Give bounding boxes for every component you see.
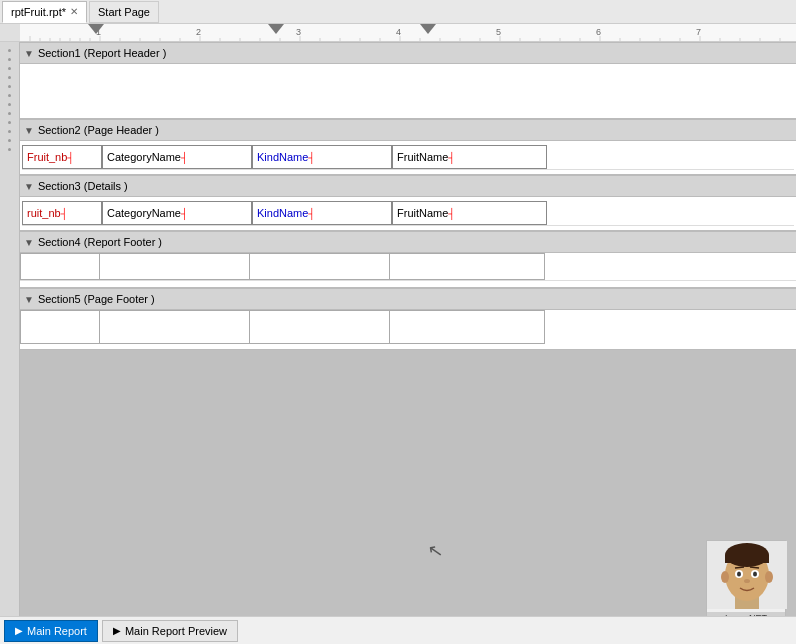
gutter-dot: [8, 112, 11, 115]
ruler: 1 2 3 4 5 6 7: [0, 24, 796, 42]
section1-header[interactable]: ▼ Section1 (Report Header ): [20, 42, 796, 64]
svg-point-66: [721, 571, 729, 583]
field-category-detail-marker: ┤: [181, 208, 188, 219]
section4-label: Section4 (Report Footer ): [38, 236, 162, 248]
gutter-dot: [8, 67, 11, 70]
svg-rect-58: [725, 555, 769, 563]
field-fruitname-marker: ┤: [448, 152, 455, 163]
page-header-fields: Fruit_nb┤ CategoryName ┤ KindName ┤ Frui…: [22, 145, 794, 170]
section5-header[interactable]: ▼ Section5 (Page Footer ): [20, 288, 796, 310]
section3-body: ruit_nb┤ CategoryName ┤ KindName ┤ Fruit…: [20, 197, 796, 231]
tab-rptfruit-label: rptFruit.rpt*: [11, 6, 66, 18]
field-kind-header[interactable]: KindName ┤: [252, 145, 392, 169]
section5-label: Section5 (Page Footer ): [38, 293, 155, 305]
gray-area: ↖: [20, 350, 796, 616]
field-fruitname-detail-text: FruitName: [397, 207, 448, 219]
bottom-tab-preview[interactable]: ▶ Main Report Preview: [102, 620, 238, 642]
tab-start[interactable]: Start Page: [89, 1, 159, 23]
section2-body: Fruit_nb┤ CategoryName ┤ KindName ┤ Frui…: [20, 141, 796, 175]
svg-point-61: [737, 572, 741, 577]
section3-label: Section3 (Details ): [38, 180, 128, 192]
field-fruit-nb-detail-marker: ┤: [61, 208, 68, 219]
gutter-dot: [8, 139, 11, 142]
tab-start-label: Start Page: [98, 6, 150, 18]
page-footer-cell2: [100, 310, 250, 344]
field-category-detail-text: CategoryName: [107, 207, 181, 219]
gutter-dot: [8, 76, 11, 79]
section1-body: [20, 64, 796, 119]
footer-cell2: [100, 253, 250, 280]
footer-cell1: [20, 253, 100, 280]
left-gutter: [0, 42, 20, 616]
field-fruit-nb-detail-text: ruit_nb: [27, 207, 61, 219]
field-fruitname-header[interactable]: FruitName ┤: [392, 145, 547, 169]
page-footer-cell1: [20, 310, 100, 344]
bottom-tab-preview-label: Main Report Preview: [125, 625, 227, 637]
main-report-icon: ▶: [15, 625, 23, 636]
field-fruit-nb-marker: ┤: [67, 152, 74, 163]
field-kind-marker: ┤: [308, 152, 315, 163]
report-sections: ▼ Section1 (Report Header ) ▼ Section2 (…: [20, 42, 796, 616]
section4-arrow: ▼: [24, 237, 34, 248]
svg-point-65: [744, 579, 750, 583]
gutter-dot: [8, 103, 11, 106]
section2-label: Section2 (Page Header ): [38, 124, 159, 136]
field-category-marker: ┤: [181, 152, 188, 163]
field-kind-detail[interactable]: KindName ┤: [252, 201, 392, 225]
svg-rect-1: [0, 24, 20, 42]
gutter-dot: [8, 49, 11, 52]
field-category-header-text: CategoryName: [107, 151, 181, 163]
gutter-dot: [8, 94, 11, 97]
svg-line-64: [750, 567, 759, 568]
field-kind-detail-marker: ┤: [308, 208, 315, 219]
field-category-detail[interactable]: CategoryName ┤: [102, 201, 252, 225]
tab-close-icon[interactable]: ✕: [70, 6, 78, 17]
field-fruit-nb-header[interactable]: Fruit_nb┤: [22, 145, 102, 169]
preview-icon: ▶: [113, 625, 121, 636]
page-footer-cell3: [250, 310, 390, 344]
field-category-header[interactable]: CategoryName ┤: [102, 145, 252, 169]
page-footer-row: [20, 310, 796, 344]
gutter-dot: [8, 85, 11, 88]
svg-text:5: 5: [496, 27, 501, 37]
main-area: ▼ Section1 (Report Header ) ▼ Section2 (…: [0, 42, 796, 616]
svg-text:4: 4: [396, 27, 401, 37]
svg-text:7: 7: [696, 27, 701, 37]
section5-body: [20, 310, 796, 350]
field-fruit-nb-detail[interactable]: ruit_nb┤: [22, 201, 102, 225]
section1-label: Section1 (Report Header ): [38, 47, 166, 59]
field-fruitname-detail-marker: ┤: [448, 208, 455, 219]
svg-text:3: 3: [296, 27, 301, 37]
field-kind-detail-text: KindName: [257, 207, 308, 219]
svg-text:2: 2: [196, 27, 201, 37]
watermark-image: [707, 541, 787, 609]
bottom-tab-main-report-label: Main Report: [27, 625, 87, 637]
svg-line-63: [735, 567, 744, 568]
bottom-tab-bar: ▶ Main Report ▶ Main Report Preview: [0, 616, 796, 644]
section5-arrow: ▼: [24, 294, 34, 305]
section3-arrow: ▼: [24, 181, 34, 192]
bottom-tab-main-report[interactable]: ▶ Main Report: [4, 620, 98, 642]
field-fruit-nb-header-text: Fruit_nb: [27, 151, 67, 163]
field-kind-header-text: KindName: [257, 151, 308, 163]
gutter-dot: [8, 121, 11, 124]
field-fruitname-header-text: FruitName: [397, 151, 448, 163]
field-fruitname-detail[interactable]: FruitName ┤: [392, 201, 547, 225]
section4-body: [20, 253, 796, 288]
gutter-dot: [8, 130, 11, 133]
footer-row: [20, 253, 796, 281]
page-footer-cell4: [390, 310, 545, 344]
footer-cell4: [390, 253, 545, 280]
details-fields: ruit_nb┤ CategoryName ┤ KindName ┤ Fruit…: [22, 201, 794, 226]
section2-header[interactable]: ▼ Section2 (Page Header ): [20, 119, 796, 141]
cursor-indicator: ↖: [426, 539, 445, 563]
ruler-svg: 1 2 3 4 5 6 7: [0, 24, 796, 42]
watermark-container: Insus.NET: [706, 540, 786, 616]
section4-header[interactable]: ▼ Section4 (Report Footer ): [20, 231, 796, 253]
svg-text:6: 6: [596, 27, 601, 37]
section1-arrow: ▼: [24, 48, 34, 59]
svg-point-62: [753, 572, 757, 577]
section3-header[interactable]: ▼ Section3 (Details ): [20, 175, 796, 197]
tab-rptfruit[interactable]: rptFruit.rpt* ✕: [2, 1, 87, 23]
footer-cell3: [250, 253, 390, 280]
